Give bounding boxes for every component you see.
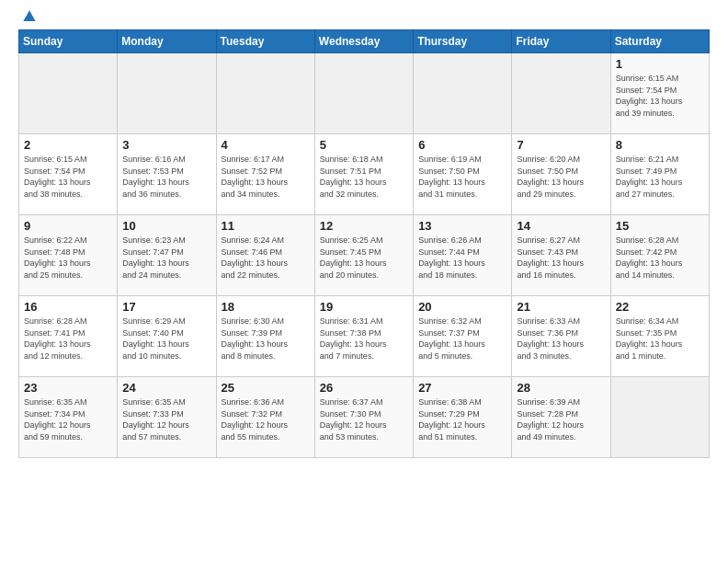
day-number: 4 (222, 138, 310, 152)
calendar-cell: 3Sunrise: 6:16 AM Sunset: 7:53 PM Daylig… (118, 134, 216, 215)
day-number: 21 (517, 300, 605, 314)
calendar-cell (118, 53, 216, 134)
week-row-4: 16Sunrise: 6:28 AM Sunset: 7:41 PM Dayli… (19, 296, 710, 377)
day-number: 14 (517, 219, 605, 233)
day-number: 6 (418, 138, 506, 152)
calendar-cell: 19Sunrise: 6:31 AM Sunset: 7:38 PM Dayli… (314, 296, 413, 377)
day-header-saturday: Saturday (610, 30, 709, 53)
day-info: Sunrise: 6:28 AM Sunset: 7:42 PM Dayligh… (616, 235, 704, 281)
day-number: 15 (616, 219, 704, 233)
day-number: 26 (320, 381, 408, 395)
day-header-friday: Friday (512, 30, 610, 53)
calendar-table: SundayMondayTuesdayWednesdayThursdayFrid… (18, 29, 710, 458)
day-info: Sunrise: 6:19 AM Sunset: 7:50 PM Dayligh… (418, 154, 506, 200)
day-info: Sunrise: 6:23 AM Sunset: 7:47 PM Dayligh… (122, 235, 210, 281)
logo-icon (20, 7, 39, 26)
day-number: 5 (320, 138, 408, 152)
day-header-wednesday: Wednesday (314, 30, 413, 53)
day-header-sunday: Sunday (19, 30, 118, 53)
day-info: Sunrise: 6:35 AM Sunset: 7:33 PM Dayligh… (122, 396, 210, 442)
day-info: Sunrise: 6:31 AM Sunset: 7:38 PM Dayligh… (320, 316, 408, 362)
calendar-cell: 16Sunrise: 6:28 AM Sunset: 7:41 PM Dayli… (19, 296, 118, 377)
calendar-cell: 2Sunrise: 6:15 AM Sunset: 7:54 PM Daylig… (19, 134, 118, 215)
calendar-cell: 21Sunrise: 6:33 AM Sunset: 7:36 PM Dayli… (512, 296, 610, 377)
day-number: 27 (418, 381, 506, 395)
calendar-cell: 18Sunrise: 6:30 AM Sunset: 7:39 PM Dayli… (216, 296, 314, 377)
calendar-cell: 28Sunrise: 6:39 AM Sunset: 7:28 PM Dayli… (512, 377, 610, 458)
day-number: 9 (24, 219, 112, 233)
calendar-cell: 10Sunrise: 6:23 AM Sunset: 7:47 PM Dayli… (118, 215, 216, 296)
calendar-cell: 27Sunrise: 6:38 AM Sunset: 7:29 PM Dayli… (414, 377, 512, 458)
calendar-cell: 1Sunrise: 6:15 AM Sunset: 7:54 PM Daylig… (610, 53, 709, 134)
calendar-cell: 5Sunrise: 6:18 AM Sunset: 7:51 PM Daylig… (314, 134, 413, 215)
day-number: 24 (122, 381, 210, 395)
day-number: 22 (616, 300, 704, 314)
day-info: Sunrise: 6:28 AM Sunset: 7:41 PM Dayligh… (24, 316, 112, 362)
day-info: Sunrise: 6:39 AM Sunset: 7:28 PM Dayligh… (517, 396, 605, 442)
day-number: 28 (517, 381, 605, 395)
day-info: Sunrise: 6:36 AM Sunset: 7:32 PM Dayligh… (222, 396, 310, 442)
day-info: Sunrise: 6:38 AM Sunset: 7:29 PM Dayligh… (418, 396, 506, 442)
calendar-cell (610, 377, 709, 458)
day-number: 19 (320, 300, 408, 314)
calendar-cell: 23Sunrise: 6:35 AM Sunset: 7:34 PM Dayli… (19, 377, 118, 458)
day-info: Sunrise: 6:21 AM Sunset: 7:49 PM Dayligh… (616, 154, 704, 200)
day-number: 8 (616, 138, 704, 152)
calendar-cell: 22Sunrise: 6:34 AM Sunset: 7:35 PM Dayli… (610, 296, 709, 377)
calendar-cell: 12Sunrise: 6:25 AM Sunset: 7:45 PM Dayli… (314, 215, 413, 296)
calendar-cell (414, 53, 512, 134)
day-number: 12 (320, 219, 408, 233)
day-number: 11 (222, 219, 310, 233)
calendar-cell: 11Sunrise: 6:24 AM Sunset: 7:46 PM Dayli… (216, 215, 314, 296)
week-row-2: 2Sunrise: 6:15 AM Sunset: 7:54 PM Daylig… (19, 134, 710, 215)
day-info: Sunrise: 6:20 AM Sunset: 7:50 PM Dayligh… (517, 154, 605, 200)
calendar-cell: 8Sunrise: 6:21 AM Sunset: 7:49 PM Daylig… (610, 134, 709, 215)
calendar-cell: 26Sunrise: 6:37 AM Sunset: 7:30 PM Dayli… (314, 377, 413, 458)
calendar-cell: 9Sunrise: 6:22 AM Sunset: 7:48 PM Daylig… (19, 215, 118, 296)
calendar-cell: 6Sunrise: 6:19 AM Sunset: 7:50 PM Daylig… (414, 134, 512, 215)
calendar-cell: 25Sunrise: 6:36 AM Sunset: 7:32 PM Dayli… (216, 377, 314, 458)
day-info: Sunrise: 6:32 AM Sunset: 7:37 PM Dayligh… (418, 316, 506, 362)
calendar-cell: 7Sunrise: 6:20 AM Sunset: 7:50 PM Daylig… (512, 134, 610, 215)
day-info: Sunrise: 6:35 AM Sunset: 7:34 PM Dayligh… (24, 396, 112, 442)
svg-marker-0 (23, 10, 35, 21)
day-number: 18 (222, 300, 310, 314)
day-info: Sunrise: 6:30 AM Sunset: 7:39 PM Dayligh… (222, 316, 310, 362)
day-info: Sunrise: 6:26 AM Sunset: 7:44 PM Dayligh… (418, 235, 506, 281)
day-number: 13 (418, 219, 506, 233)
day-number: 3 (122, 138, 210, 152)
day-info: Sunrise: 6:22 AM Sunset: 7:48 PM Dayligh… (24, 235, 112, 281)
day-number: 1 (616, 57, 704, 71)
day-number: 2 (24, 138, 112, 152)
day-number: 23 (24, 381, 112, 395)
day-number: 7 (517, 138, 605, 152)
calendar-cell: 13Sunrise: 6:26 AM Sunset: 7:44 PM Dayli… (414, 215, 512, 296)
day-number: 25 (222, 381, 310, 395)
week-row-1: 1Sunrise: 6:15 AM Sunset: 7:54 PM Daylig… (19, 53, 710, 134)
day-info: Sunrise: 6:15 AM Sunset: 7:54 PM Dayligh… (616, 73, 704, 119)
calendar-cell: 20Sunrise: 6:32 AM Sunset: 7:37 PM Dayli… (414, 296, 512, 377)
header-row: SundayMondayTuesdayWednesdayThursdayFrid… (19, 30, 710, 53)
day-info: Sunrise: 6:17 AM Sunset: 7:52 PM Dayligh… (222, 154, 310, 200)
week-row-5: 23Sunrise: 6:35 AM Sunset: 7:34 PM Dayli… (19, 377, 710, 458)
day-info: Sunrise: 6:33 AM Sunset: 7:36 PM Dayligh… (517, 316, 605, 362)
day-info: Sunrise: 6:34 AM Sunset: 7:35 PM Dayligh… (616, 316, 704, 362)
day-info: Sunrise: 6:37 AM Sunset: 7:30 PM Dayligh… (320, 396, 408, 442)
day-header-monday: Monday (118, 30, 216, 53)
day-info: Sunrise: 6:29 AM Sunset: 7:40 PM Dayligh… (122, 316, 210, 362)
day-info: Sunrise: 6:25 AM Sunset: 7:45 PM Dayligh… (320, 235, 408, 281)
calendar-cell (19, 53, 118, 134)
day-info: Sunrise: 6:24 AM Sunset: 7:46 PM Dayligh… (222, 235, 310, 281)
week-row-3: 9Sunrise: 6:22 AM Sunset: 7:48 PM Daylig… (19, 215, 710, 296)
day-info: Sunrise: 6:27 AM Sunset: 7:43 PM Dayligh… (517, 235, 605, 281)
header (18, 15, 710, 22)
calendar-cell: 4Sunrise: 6:17 AM Sunset: 7:52 PM Daylig… (216, 134, 314, 215)
day-info: Sunrise: 6:15 AM Sunset: 7:54 PM Dayligh… (24, 154, 112, 200)
logo-text (18, 15, 39, 22)
day-header-thursday: Thursday (414, 30, 512, 53)
day-number: 16 (24, 300, 112, 314)
calendar-cell: 24Sunrise: 6:35 AM Sunset: 7:33 PM Dayli… (118, 377, 216, 458)
calendar-cell (314, 53, 413, 134)
logo (18, 15, 39, 22)
day-info: Sunrise: 6:18 AM Sunset: 7:51 PM Dayligh… (320, 154, 408, 200)
